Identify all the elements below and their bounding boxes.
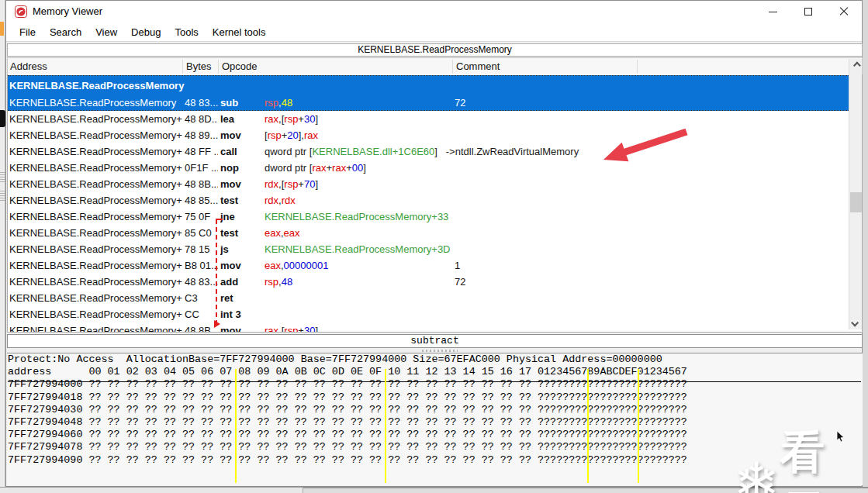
mnemonic: jne <box>220 209 265 225</box>
jump-line <box>216 219 217 325</box>
column-separator[interactable] <box>452 60 453 74</box>
disasm-opcode: jsKERNELBASE.ReadProcessMemory+3D <box>220 241 846 257</box>
disasm-bytes: B8 01... <box>185 257 218 274</box>
column-comment[interactable]: Comment <box>456 60 500 72</box>
column-separator[interactable] <box>637 60 638 74</box>
disasm-address: KERNELBASE.ReadProcessMemory+ <box>9 176 185 192</box>
disasm-row[interactable]: KERNELBASE.ReadProcessMemory+48 83...add… <box>8 274 849 290</box>
operand-segment: rax <box>304 129 318 141</box>
background-strip-right <box>303 488 868 493</box>
disasm-symbol-row[interactable]: KERNELBASE.ReadProcessMemory <box>8 75 849 95</box>
splitter-grip[interactable] <box>422 350 458 352</box>
disasm-bytes: 48 8B... <box>185 322 218 333</box>
disasm-opcode: ret <box>220 290 846 306</box>
disasm-address: KERNELBASE.ReadProcessMemory+ <box>9 209 185 225</box>
scroll-up-button[interactable] <box>849 59 863 72</box>
disasm-address: KERNELBASE.ReadProcessMemory <box>9 76 320 95</box>
disasm-opcode: mov[rsp+20],rax <box>220 127 846 143</box>
close-icon <box>839 7 849 16</box>
hex-row[interactable]: 7FF727994000 ?? ?? ?? ?? ?? ?? ?? ?? ?? … <box>7 378 863 391</box>
disasm-bytes: 48 FF ... <box>185 143 218 160</box>
mnemonic: test <box>220 192 265 209</box>
disasm-address: KERNELBASE.ReadProcessMemory+ <box>9 192 185 209</box>
background-glyph-mark <box>0 191 5 202</box>
hex-ascii-separator <box>638 369 639 483</box>
operand-segment: dword ptr [ <box>265 162 312 174</box>
disasm-row[interactable]: KERNELBASE.ReadProcessMemory+85 C0testea… <box>8 225 849 241</box>
disasm-row[interactable]: KERNELBASE.ReadProcessMemory+48 FF ...ca… <box>8 143 849 160</box>
disasm-opcode: jneKERNELBASE.ReadProcessMemory+33 <box>220 209 846 225</box>
hex-row[interactable]: 7FF727994048 ?? ?? ?? ?? ?? ?? ?? ?? ?? … <box>7 416 863 429</box>
column-separator[interactable] <box>218 60 219 74</box>
disassembly-panel[interactable]: KERNELBASE.ReadProcessMemoryKERNELBASE.R… <box>7 74 863 333</box>
disasm-bytes: 78 15 <box>185 241 218 257</box>
operand-segment: 20 <box>287 129 298 141</box>
disasm-address: KERNELBASE.ReadProcessMemory+ <box>9 225 185 241</box>
disasm-row[interactable]: KERNELBASE.ReadProcessMemory+48 85...tes… <box>8 192 849 209</box>
column-address[interactable]: Address <box>10 60 47 72</box>
menu-kernel-tools[interactable]: Kernel tools <box>206 24 273 40</box>
minimize-button[interactable] <box>755 1 790 22</box>
menu-tools[interactable]: Tools <box>168 24 205 40</box>
menu-debug[interactable]: Debug <box>124 24 168 40</box>
menu-view[interactable]: View <box>88 24 124 40</box>
disasm-row[interactable]: KERNELBASE.ReadProcessMemory+0F1F ...nop… <box>8 160 849 176</box>
disasm-row[interactable]: KERNELBASE.ReadProcessMemory48 83...subr… <box>8 95 849 111</box>
menu-search[interactable]: Search <box>43 24 88 40</box>
operand-segment: rsp <box>265 97 278 109</box>
disasm-scrollbar[interactable] <box>849 59 862 329</box>
close-button[interactable] <box>826 1 862 22</box>
mnemonic: mov <box>220 127 265 143</box>
disasm-opcode: callqword ptr [KERNELBASE.dll+1C6E60] ->… <box>220 143 846 160</box>
maximize-button[interactable] <box>790 1 826 22</box>
operand-segment: 48 <box>282 97 292 109</box>
disasm-row[interactable]: KERNELBASE.ReadProcessMemory+48 8D...lea… <box>8 111 849 127</box>
maximize-icon <box>804 8 812 16</box>
disasm-opcode: subrsp,48 <box>220 95 846 111</box>
minimize-icon <box>769 12 777 12</box>
operand-segment: rax <box>312 162 326 174</box>
disasm-bytes: 75 0F <box>185 209 218 225</box>
hex-row[interactable]: 7FF727994018 ?? ?? ?? ?? ?? ?? ?? ?? ?? … <box>7 391 863 404</box>
disasm-opcode: moveax,00000001 <box>220 257 846 274</box>
column-separator[interactable] <box>182 60 183 74</box>
disasm-bytes: 48 8D... <box>185 111 218 127</box>
scroll-down-button[interactable] <box>849 316 863 329</box>
background-glyph-mark <box>0 172 5 183</box>
disasm-opcode: addrsp,48 <box>220 274 846 290</box>
operand-segment: eax <box>265 227 281 239</box>
scrollbar-thumb[interactable] <box>850 192 862 212</box>
hex-view-panel[interactable]: Protect:No Access AllocationBase=7FF7279… <box>7 353 863 485</box>
background-strip-divider <box>303 488 303 493</box>
disasm-bytes: 48 83... <box>185 274 218 290</box>
mnemonic: mov <box>220 257 265 274</box>
disasm-bytes: 48 83... <box>185 95 218 111</box>
mnemonic: mov <box>220 322 265 333</box>
disasm-row[interactable]: KERNELBASE.ReadProcessMemory+48 89...mov… <box>8 127 849 143</box>
disasm-row[interactable]: KERNELBASE.ReadProcessMemory+B8 01...mov… <box>8 257 849 274</box>
hex-row[interactable]: 7FF727994060 ?? ?? ?? ?? ?? ?? ?? ?? ?? … <box>7 429 863 441</box>
column-bytes[interactable]: Bytes <box>186 60 212 72</box>
disasm-row[interactable]: KERNELBASE.ReadProcessMemory+48 8B...mov… <box>8 322 849 333</box>
splitter-label-bar[interactable]: subtract <box>7 334 863 348</box>
menu-file[interactable]: File <box>12 24 43 40</box>
hex-row[interactable]: 7FF727994078 ?? ?? ?? ?? ?? ?? ?? ?? ?? … <box>7 441 863 453</box>
column-opcode[interactable]: Opcode <box>222 60 258 72</box>
disasm-row[interactable]: KERNELBASE.ReadProcessMemory+CCint 3 <box>8 306 849 322</box>
disasm-address: KERNELBASE.ReadProcessMemory+ <box>9 241 185 257</box>
disasm-row[interactable]: KERNELBASE.ReadProcessMemory+78 15jsKERN… <box>8 241 849 257</box>
disasm-bytes: 0F1F ... <box>185 160 218 176</box>
operand-segment: rsp <box>284 178 298 190</box>
disasm-row[interactable]: KERNELBASE.ReadProcessMemory+48 8B...mov… <box>8 176 849 192</box>
hex-group-separator <box>235 369 237 483</box>
hex-row[interactable]: 7FF727994090 ?? ?? ?? ?? ?? ?? ?? ?? ?? … <box>7 454 863 467</box>
chevron-down-icon <box>851 319 859 327</box>
disasm-row[interactable]: KERNELBASE.ReadProcessMemory+75 0FjneKER… <box>8 209 849 225</box>
current-symbol-bar[interactable]: KERNELBASE.ReadProcessMemory <box>7 43 863 57</box>
hex-row[interactable]: 7FF727994030 ?? ?? ?? ?? ?? ?? ?? ?? ?? … <box>7 404 863 416</box>
operand-segment: rdx <box>282 195 296 206</box>
disasm-row[interactable]: KERNELBASE.ReadProcessMemory+C3ret <box>8 290 849 306</box>
disasm-address: KERNELBASE.ReadProcessMemory+ <box>9 290 185 306</box>
mnemonic: js <box>220 241 265 257</box>
hex-rows: 7FF727994000 ?? ?? ?? ?? ?? ?? ?? ?? ?? … <box>7 378 863 466</box>
